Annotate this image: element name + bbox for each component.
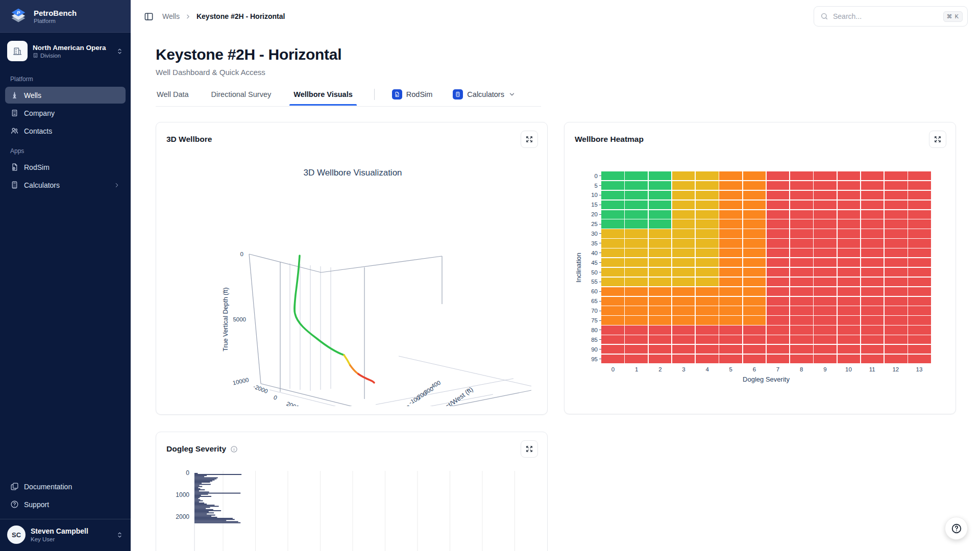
content: Keystone #2H - Horizontal Well Dashboard… (131, 33, 980, 551)
heatmap-cell (814, 335, 837, 344)
heatmap-cell (814, 201, 837, 209)
help-icon (951, 523, 962, 534)
dogleg-bar-chart[interactable]: 010002000 (161, 469, 534, 551)
heatmap-cell (838, 287, 861, 296)
heatmap-cell (719, 355, 742, 363)
page-subtitle: Well Dashboard & Quick Access (156, 68, 955, 77)
heatmap-cell (625, 325, 648, 334)
heatmap-cell (767, 316, 790, 324)
heatmap-cell (767, 239, 790, 247)
heatmap-cell (908, 219, 931, 228)
heatmap-cell (838, 325, 861, 334)
heatmap-cell (767, 201, 790, 209)
tab-well-data[interactable]: Well Data (156, 90, 190, 105)
heatmap-cell (601, 297, 624, 306)
heatmap-cell (696, 345, 719, 354)
dogleg-bar (194, 478, 218, 479)
heatmap-cell (908, 171, 931, 180)
heatmap-cell (649, 297, 672, 306)
rodsim-link[interactable]: RodSim (392, 89, 433, 106)
dogleg-bar (194, 498, 199, 499)
info-icon[interactable] (230, 445, 238, 453)
heatmap-cell (649, 210, 672, 219)
heatmap-cell (696, 278, 719, 286)
org-switcher[interactable]: North American Opera Division (0, 33, 131, 68)
sidebar-item-calculators[interactable]: Calculators (5, 177, 126, 193)
sidebar-item-documentation[interactable]: Documentation (5, 478, 126, 495)
heatmap-cell (696, 335, 719, 344)
tab-wellbore-visuals[interactable]: Wellbore Visuals (292, 90, 354, 105)
heatmap-cell (861, 201, 884, 209)
expand-button[interactable] (929, 131, 946, 148)
sidebar-item-support[interactable]: Support (5, 496, 126, 513)
user-menu[interactable]: SC Steven Campbell Key User (0, 519, 131, 551)
heatmap-cell (790, 355, 813, 363)
heatmap-cell (601, 219, 624, 228)
dogleg-gridlines (223, 471, 515, 551)
heatmap-cell (719, 278, 742, 286)
sidebar-item-wells[interactable]: Wells (5, 87, 126, 104)
expand-button[interactable] (521, 131, 538, 148)
heatmap-cell (625, 278, 648, 286)
chevron-right-icon (113, 182, 120, 189)
dogleg-bar (194, 506, 219, 507)
docs-icon (10, 482, 19, 491)
heatmap-cell (838, 306, 861, 315)
heatmap-cell (649, 181, 672, 190)
wellbore-3d-plot[interactable]: 3D Wellbore Visualization (156, 151, 531, 406)
heatmap-xtick: 11 (861, 366, 884, 372)
heatmap-cell (696, 201, 719, 209)
heatmap-cell (838, 210, 861, 219)
heatmap-cell (838, 191, 861, 199)
heatmap-cell (814, 345, 837, 354)
sidebar-item-rodsim[interactable]: RodSim (5, 159, 126, 176)
dogleg-bar (194, 520, 226, 521)
heatmap-xtick: 4 (696, 366, 719, 372)
dogleg-bar (194, 510, 221, 511)
breadcrumb-current: Keystone #2H - Horizontal (197, 12, 285, 20)
help-button[interactable] (945, 517, 968, 540)
svg-text:2000: 2000 (285, 400, 300, 406)
dogleg-bar (194, 475, 207, 476)
sidebar-item-company[interactable]: Company (5, 105, 126, 121)
heatmap-cell (601, 268, 624, 277)
sidebar-item-contacts[interactable]: Contacts (5, 122, 126, 139)
heatmap-cell (672, 181, 695, 190)
heatmap-grid (601, 171, 931, 363)
heatmap-cell (767, 171, 790, 180)
sidebar: P PetroBench Platform North American Ope… (0, 0, 131, 551)
heatmap-cell (696, 229, 719, 238)
chevron-down-icon (508, 91, 516, 98)
search-input[interactable]: Search... ⌘ K (814, 6, 968, 27)
heatmap-cell (719, 287, 742, 296)
svg-text:1000: 1000 (176, 491, 189, 498)
heatmap-cell (601, 181, 624, 190)
heatmap-cell (885, 181, 908, 190)
heatmap-yticks: 05101520253035404550556065707580859095 (584, 171, 601, 363)
sidebar-toggle-button[interactable] (142, 10, 155, 23)
card-title-dogleg: Dogleg Severity (166, 444, 226, 454)
heatmap-cell (743, 229, 766, 238)
heatmap-cell (908, 239, 931, 247)
heatmap-cell (601, 201, 624, 209)
heatmap-cell (625, 191, 648, 199)
dogleg-bar (194, 509, 213, 510)
dogleg-bar (194, 504, 207, 505)
dogleg-bar (194, 519, 235, 520)
heatmap-plot[interactable]: Inclination 0510152025303540455055606570… (565, 151, 955, 363)
heatmap-cell (861, 268, 884, 277)
heatmap-cell (814, 258, 837, 267)
heatmap-xtick: 7 (766, 366, 790, 372)
heatmap-ytick: 85 (584, 335, 601, 344)
tab-directional-survey[interactable]: Directional Survey (210, 90, 273, 105)
heatmap-cell (838, 219, 861, 228)
breadcrumb-wells-link[interactable]: Wells (162, 12, 180, 20)
expand-button[interactable] (521, 440, 538, 458)
heatmap-xticks: 012345678910111213 (601, 366, 931, 372)
chevron-up-down-icon (116, 47, 124, 55)
heatmap-cell (672, 258, 695, 267)
calculators-link[interactable]: Calculators (453, 89, 516, 106)
heatmap-cell (743, 248, 766, 257)
heatmap-cell (767, 258, 790, 267)
rodsim-icon (392, 89, 402, 99)
